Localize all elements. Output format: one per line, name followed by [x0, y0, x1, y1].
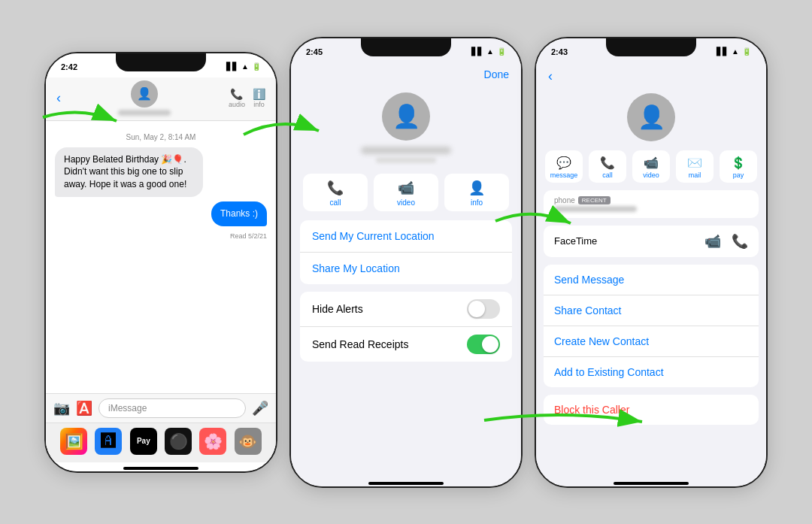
wifi-icon-3: ▲: [732, 47, 739, 56]
hide-alerts-row: Hide Alerts: [300, 292, 512, 327]
home-indicator-1: [123, 467, 198, 470]
battery-icon-2: 🔋: [497, 47, 506, 56]
info-action[interactable]: ℹ️ info: [253, 88, 265, 108]
info-label: info: [253, 101, 265, 108]
contact-sub-blurred-2: [376, 157, 436, 163]
status-bar-2: 2:45 ▋▋ ▲ 🔋: [291, 38, 521, 62]
messages-area: Sun, May 2, 8:14 AM Happy Belated Birthd…: [46, 121, 276, 393]
video-btn-3[interactable]: 📹 video: [632, 150, 670, 183]
call-btn-3[interactable]: 📞 call: [589, 150, 626, 183]
hide-alerts-toggle[interactable]: [467, 299, 500, 319]
info-btn-2[interactable]: 👤 info: [444, 174, 509, 211]
wifi-icon-2: ▲: [486, 47, 494, 56]
done-button[interactable]: Done: [484, 68, 509, 80]
applepay-icon[interactable]: Pay: [130, 428, 157, 455]
contact-actions-list: Send Message Share Contact Create New Co…: [544, 265, 759, 387]
status-bar-3: 2:43 ▋▋ ▲ 🔋: [536, 38, 766, 62]
circle-icon[interactable]: ⚫: [165, 428, 192, 455]
screen3-header: ‹: [536, 62, 766, 89]
phone-value-blurred: [554, 206, 637, 212]
info-label-2: info: [471, 198, 483, 207]
mail-btn-3[interactable]: ✉️ mail: [676, 150, 714, 183]
screen1-frame: 2:42 ▋▋ ▲ 🔋 ‹ 👤 📞 audio: [44, 52, 277, 473]
create-contact-btn[interactable]: Create New Contact: [544, 326, 759, 357]
screen1-content: 2:42 ▋▋ ▲ 🔋 ‹ 👤 📞 audio: [46, 53, 276, 471]
battery-icon: 🔋: [252, 62, 261, 71]
send-read-receipts-label: Send Read Receipts: [312, 338, 408, 350]
share-contact-btn[interactable]: Share Contact: [544, 295, 759, 326]
phone-label: phone: [554, 196, 575, 204]
settings-card: Hide Alerts Send Read Receipts: [300, 292, 512, 362]
audio-action[interactable]: 📞 audio: [229, 88, 245, 108]
location-card: Send My Current Location Share My Locati…: [300, 220, 512, 284]
status-icons-1: ▋▋ ▲ 🔋: [226, 62, 261, 71]
back-button-1[interactable]: ‹: [56, 90, 61, 106]
send-read-receipts-toggle[interactable]: [467, 335, 500, 354]
status-bar-1: 2:42 ▋▋ ▲ 🔋: [46, 53, 276, 77]
hide-alerts-label: Hide Alerts: [312, 303, 363, 315]
appstore-icon[interactable]: 🅰️: [76, 400, 92, 416]
call-icon-3: 📞: [600, 156, 615, 170]
video-icon-3: 📹: [644, 156, 659, 170]
contact-avatar-3: 👤: [627, 93, 675, 141]
contact-hero-3: 👤: [536, 89, 766, 150]
share-location-btn[interactable]: Share My Location: [300, 253, 512, 284]
read-receipt: Read 5/2/21: [230, 232, 267, 240]
video-label-3: video: [643, 171, 659, 179]
screens-wrapper: 2:42 ▋▋ ▲ 🔋 ‹ 👤 📞 audio: [44, 37, 768, 488]
emoji-icon[interactable]: 🐵: [235, 428, 262, 455]
back-button-3[interactable]: ‹: [548, 68, 553, 84]
facetime-video-icon[interactable]: 📹: [704, 233, 721, 250]
audio-input-icon[interactable]: 🎤: [252, 400, 268, 416]
wifi-icon: ▲: [241, 62, 249, 71]
action-row-2: 📞 call 📹 video 👤 info: [291, 174, 521, 220]
appstore-dock-icon[interactable]: 🅰: [95, 428, 122, 455]
camera-icon[interactable]: 📷: [53, 400, 70, 416]
message-btn-3[interactable]: 💬 message: [545, 150, 583, 183]
call-btn-2[interactable]: 📞 call: [303, 174, 368, 211]
send-location-btn[interactable]: Send My Current Location: [300, 220, 512, 253]
contact-avatar-2: 👤: [382, 92, 430, 141]
message-input[interactable]: iMessage: [98, 398, 246, 418]
call-label-3: call: [602, 171, 613, 179]
home-indicator-2: [368, 482, 444, 485]
call-icon-2: 📞: [327, 180, 344, 196]
photos-icon[interactable]: 🖼️: [60, 428, 87, 455]
status-icons-3: ▋▋ ▲ 🔋: [717, 47, 751, 56]
info-icon-2: 👤: [468, 180, 485, 196]
nav-bar-1: ‹ 👤 📞 audio ℹ️ info: [46, 77, 276, 121]
status-time-2: 2:45: [306, 47, 323, 56]
signal-icon-3: ▋▋: [717, 47, 729, 56]
facetime-phone-icon[interactable]: 📞: [732, 233, 748, 250]
audio-icon: 📞: [230, 88, 243, 100]
message-label-3: message: [550, 171, 578, 179]
nav-center-1: 👤: [118, 80, 171, 116]
message-icon-3: 💬: [556, 156, 571, 170]
video-btn-2[interactable]: 📹 video: [374, 174, 438, 211]
send-message-btn[interactable]: Send Message: [544, 265, 759, 295]
screen2-content: 2:45 ▋▋ ▲ 🔋 Done 👤 📞 call: [291, 38, 521, 486]
message-outgoing: Thanks :): [211, 201, 267, 226]
status-time-3: 2:43: [551, 47, 568, 56]
block-section: Block this Caller: [544, 395, 759, 425]
message-list: Happy Belated Birthday 🎉🎈. Didn't want t…: [55, 147, 267, 240]
block-caller-btn[interactable]: Block this Caller: [544, 395, 759, 425]
video-label-2: video: [397, 198, 415, 207]
facetime-label: FaceTime: [554, 235, 597, 247]
status-icons-2: ▋▋ ▲ 🔋: [471, 47, 506, 56]
contact-name-blurred-1: [118, 110, 171, 116]
action-row-3: 💬 message 📞 call 📹 video ✉️ mail 💲: [536, 150, 766, 190]
battery-icon-3: 🔋: [742, 47, 751, 56]
facetime-action-icons: 📹 📞: [704, 233, 748, 250]
flower-icon[interactable]: 🌸: [199, 428, 226, 455]
pay-btn-3[interactable]: 💲 pay: [720, 150, 757, 183]
phone-field: phone RECENT: [544, 190, 759, 218]
add-existing-btn[interactable]: Add to Existing Contact: [544, 357, 759, 387]
pay-label-3: pay: [733, 171, 744, 179]
signal-icon-2: ▋▋: [471, 47, 483, 56]
home-indicator-3: [614, 482, 689, 485]
input-bar: 📷 🅰️ iMessage 🎤: [46, 393, 276, 423]
dock-bar: 🖼️ 🅰 Pay ⚫ 🌸 🐵: [46, 423, 276, 462]
phone-label-row: phone RECENT: [554, 196, 748, 204]
audio-label: audio: [229, 101, 245, 108]
